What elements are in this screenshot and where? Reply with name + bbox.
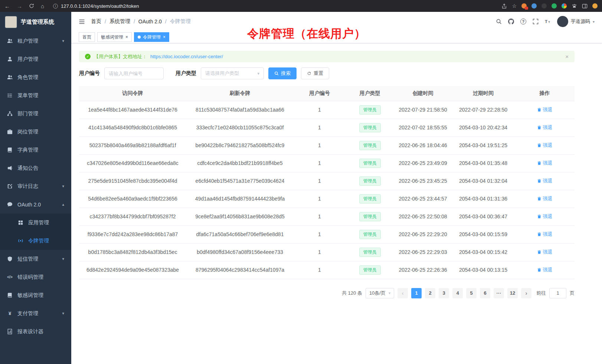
breadcrumb-system[interactable]: 系统管理 [109, 18, 130, 25]
doc-link[interactable]: https://doc.iocoder.cn/user-center/ [150, 54, 223, 59]
share-icon[interactable] [501, 3, 507, 9]
github-icon[interactable] [508, 19, 514, 24]
user-id-cell: 1 [294, 172, 346, 190]
force-logout-button[interactable]: 强退 [537, 178, 553, 184]
close-icon[interactable]: × [163, 35, 166, 39]
main-area: 令牌管理（在线用户） 首页 / 系统管理 / OAuth 2.0 / 令牌管理 [71, 12, 602, 364]
force-logout-button[interactable]: 强退 [537, 124, 553, 131]
sidebar-item-role[interactable]: 角色管理 [0, 68, 71, 86]
force-logout-button[interactable]: 强退 [537, 160, 553, 166]
user-type-select[interactable]: 请选择用户类型 ▾ [201, 67, 264, 79]
extension-blue-icon[interactable] [531, 3, 537, 9]
force-logout-button[interactable]: 强退 [537, 195, 553, 202]
create-time-cell: 2022-07-02 18:55:55 [394, 119, 452, 136]
force-logout-button[interactable]: 强退 [537, 213, 553, 220]
svg-text:T: T [548, 20, 550, 24]
user-type-label: 用户类型 [176, 70, 196, 77]
delete-icon [537, 161, 542, 165]
page-button-12[interactable]: 12 [507, 288, 518, 298]
user-menu[interactable]: 芋道源码 ▾ [557, 16, 595, 27]
sidebar-item-post[interactable]: 岗位管理 [0, 123, 71, 141]
reset-button[interactable]: 重置 [301, 67, 329, 79]
next-page-button[interactable]: › [521, 288, 531, 298]
sidebar-item-sms[interactable]: 短信管理 ▾ [0, 250, 71, 268]
site-info-icon[interactable]: i [53, 4, 58, 9]
page-button-1[interactable]: 1 [411, 288, 422, 298]
refresh-token-cell: 8796295f04064c2983414cc54af1097a [186, 261, 294, 279]
collapse-sidebar-icon[interactable] [79, 19, 85, 25]
force-logout-button[interactable]: 强退 [537, 249, 553, 255]
search-button[interactable]: 搜索 [268, 67, 297, 79]
force-logout-button[interactable]: 强退 [537, 142, 553, 149]
total-count: 共 120 条 [342, 290, 362, 297]
browser-profile-avatar[interactable] [592, 3, 598, 9]
delete-icon [537, 143, 542, 148]
extensions-puzzle-icon[interactable] [562, 3, 567, 9]
access-token-cell: b0d1785bc3a8482f812db4a3f3bd15ec [79, 243, 186, 261]
chat-bubble-icon [7, 202, 13, 207]
browser-chrome: ← → ⌂ i 127.0.0.1:1024/system/oauth2/tok… [0, 0, 602, 12]
more-pages-button[interactable]: ··· [494, 288, 504, 298]
user-id-cell: 1 [294, 190, 346, 208]
page-button-2[interactable]: 2 [425, 288, 435, 298]
sidebar-item-dict[interactable]: 字典管理 [0, 141, 71, 159]
force-logout-button[interactable]: 强退 [537, 106, 553, 113]
delete-icon [537, 196, 542, 201]
back-icon[interactable]: ← [4, 3, 10, 9]
prev-page-button[interactable]: ‹ [397, 288, 408, 298]
page-button-6[interactable]: 6 [480, 288, 490, 298]
adblock-icon[interactable] [542, 3, 547, 9]
breadcrumb-oauth2[interactable]: OAuth 2.0 [138, 19, 162, 24]
sidebar-item-audit-log[interactable]: 审计日志 ▾ [0, 177, 71, 195]
extension-green-icon[interactable] [552, 3, 557, 9]
address-bar[interactable]: i 127.0.0.1:1024/system/oauth2/token [53, 3, 139, 9]
close-icon[interactable]: × [565, 53, 569, 60]
split-view-icon[interactable] [582, 3, 588, 9]
breadcrumb-home[interactable]: 首页 [91, 18, 101, 25]
sidebar-item-tenant[interactable]: 租户管理 ▾ [0, 32, 71, 50]
chevron-down-icon: ▾ [389, 291, 390, 295]
sidebar-item-notice[interactable]: 通知公告 [0, 159, 71, 177]
sidebar-item-errcode[interactable]: </> 错误码管理 [0, 268, 71, 286]
fullscreen-icon[interactable] [533, 19, 539, 24]
page-button-3[interactable]: 3 [439, 288, 449, 298]
tab-home[interactable]: 首页 [79, 32, 95, 42]
paw-extension-icon[interactable] [572, 3, 577, 9]
search-icon [274, 71, 279, 76]
tab-sensitive-words[interactable]: 敏感词管理 × [97, 32, 132, 42]
tab-label: 令牌管理 [143, 34, 161, 40]
sidebar-item-dept[interactable]: 部门管理 [0, 105, 71, 123]
page-button-4[interactable]: 4 [452, 288, 463, 298]
create-time-cell: 2022-06-25 22:29:03 [394, 243, 452, 261]
sidebar-item-token[interactable]: 令牌管理 [0, 232, 71, 250]
url-text: 127.0.0.1:1024/system/oauth2/token [61, 3, 139, 9]
sidebar-item-user[interactable]: 用户管理 [0, 50, 71, 68]
help-icon[interactable]: ? [520, 19, 526, 24]
sidebar-item-sensitive[interactable]: 敏感词管理 [0, 286, 71, 304]
force-logout-button[interactable]: 强退 [537, 231, 553, 238]
forward-icon[interactable]: → [17, 3, 22, 9]
sidebar-item-oauth-app[interactable]: 应用管理 [0, 214, 71, 232]
refresh-token-cell: 811c530487574fa0af1a59d3abc1aa66 [186, 101, 294, 119]
page-button-5[interactable]: 5 [466, 288, 477, 298]
user-id-input[interactable] [104, 67, 164, 79]
search-icon[interactable] [496, 19, 502, 24]
force-logout-button[interactable]: 强退 [537, 267, 553, 273]
home-icon[interactable]: ⌂ [41, 3, 44, 9]
sidebar-item-label: 支付管理 [17, 310, 38, 317]
sidebar-item-report-designer[interactable]: 报表设计器 [0, 322, 71, 341]
reload-icon[interactable] [29, 3, 34, 9]
font-size-icon[interactable]: TT [545, 19, 551, 24]
tab-token[interactable]: 令牌管理 × [134, 32, 169, 42]
sidebar-item-pay[interactable]: ¥ 支付管理 ▾ [0, 304, 71, 322]
app-logo-row[interactable]: 芋道管理系统 [0, 12, 71, 32]
user-type-badge: 管理员 [359, 176, 381, 186]
close-icon[interactable]: × [125, 35, 128, 39]
page-size-select[interactable]: 10条/页 ▾ [366, 288, 394, 298]
user-type-badge: 管理员 [359, 141, 381, 150]
sidebar-item-menu[interactable]: 菜单管理 [0, 86, 71, 105]
extension-badge-icon[interactable] [521, 3, 527, 9]
sidebar-item-oauth2[interactable]: OAuth 2.0 ▴ [0, 195, 71, 214]
bookmark-star-icon[interactable]: ☆ [512, 3, 517, 9]
goto-page-input[interactable] [549, 288, 566, 298]
